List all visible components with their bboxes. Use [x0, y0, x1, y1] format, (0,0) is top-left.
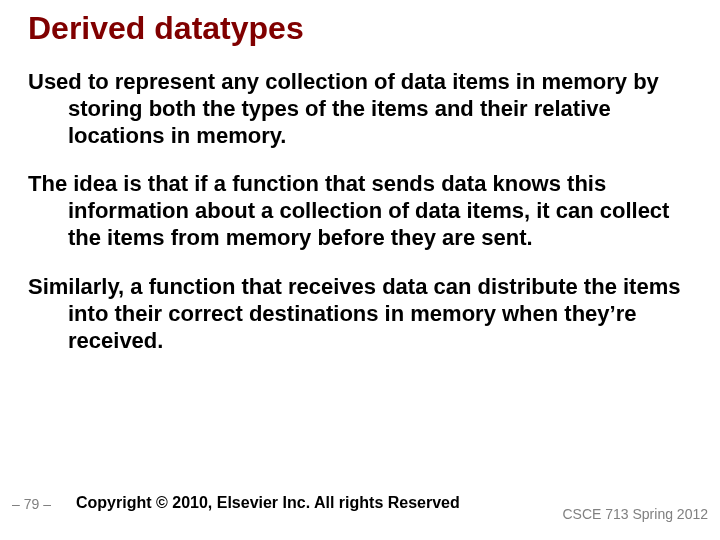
slide: Derived datatypes Used to represent any …: [0, 0, 720, 540]
course-label: CSCE 713 Spring 2012: [562, 506, 708, 522]
footer: – 79 – Copyright © 2010, Elsevier Inc. A…: [0, 482, 720, 522]
page-title: Derived datatypes: [28, 10, 700, 47]
body-paragraph: Used to represent any collection of data…: [28, 69, 700, 149]
body-paragraph: Similarly, a function that receives data…: [28, 274, 700, 354]
page-number: – 79 –: [12, 496, 51, 512]
body-paragraph: The idea is that if a function that send…: [28, 171, 700, 251]
copyright-text: Copyright © 2010, Elsevier Inc. All righ…: [76, 494, 460, 512]
